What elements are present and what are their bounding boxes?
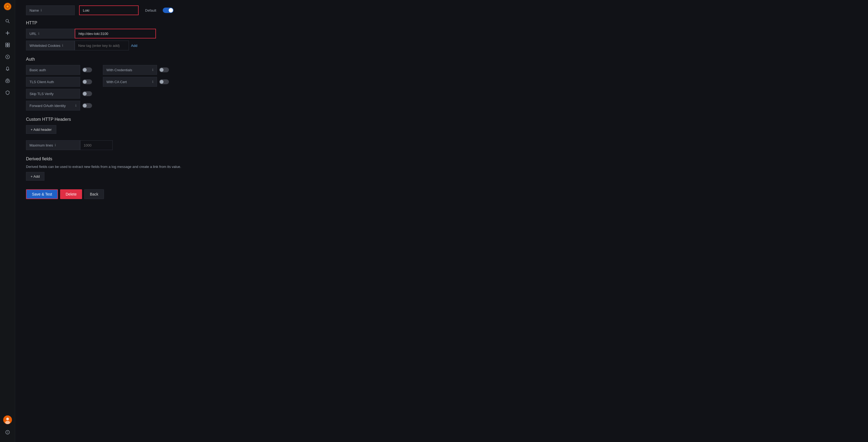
basic-auth-toggle[interactable]	[82, 67, 92, 72]
basic-auth-label: Basic auth	[26, 65, 80, 75]
with-credentials-text: With Credentials	[106, 68, 132, 72]
auth-section-title: Auth	[26, 57, 857, 62]
forward-oauth-toggle[interactable]	[82, 103, 92, 108]
bell-icon[interactable]	[2, 63, 13, 74]
whitelisted-cookies-row: Whitelisted Cookies ℹ Add	[26, 40, 857, 50]
derived-fields-desc: Derived fields can be used to extract ne…	[26, 165, 857, 169]
forward-oauth-label: Forward OAuth Identity ℹ	[26, 101, 80, 111]
auth-row-3: Skip TLS Verify	[26, 89, 857, 98]
auth-grid: Basic auth With Credentials ℹ TLS Client…	[26, 65, 857, 111]
add-derived-field-button[interactable]: + Add	[26, 172, 44, 181]
grid-icon[interactable]	[2, 39, 13, 50]
max-lines-info-icon[interactable]: ℹ	[55, 143, 56, 147]
with-credentials-info-icon[interactable]: ℹ	[152, 68, 154, 72]
forward-oauth-info-icon[interactable]: ℹ	[75, 104, 76, 108]
svg-rect-9	[6, 45, 7, 47]
http-section: HTTP URL ℹ Whitelisted Cookies ℹ Add	[26, 21, 857, 50]
search-icon[interactable]	[2, 16, 13, 27]
name-field-label: Name ℹ	[26, 5, 75, 15]
url-row: URL ℹ	[26, 29, 857, 38]
cookies-input[interactable]	[75, 40, 129, 50]
svg-point-2	[6, 5, 9, 7]
compass-icon[interactable]	[2, 52, 13, 62]
skip-tls-label: Skip TLS Verify	[26, 89, 80, 98]
svg-text:?: ?	[7, 431, 8, 434]
skip-tls-text: Skip TLS Verify	[30, 92, 54, 96]
name-label-text: Name	[30, 8, 39, 12]
svg-point-13	[7, 80, 8, 82]
gear-icon[interactable]	[2, 75, 13, 86]
name-row: Name ℹ Default	[26, 5, 857, 15]
skip-tls-toggle[interactable]	[82, 91, 92, 96]
basic-auth-text: Basic auth	[30, 68, 46, 72]
cookies-label-text: Whitelisted Cookies	[30, 43, 60, 48]
svg-line-4	[8, 22, 9, 23]
sidebar: ?	[0, 0, 15, 442]
svg-point-3	[6, 20, 8, 22]
url-info-icon[interactable]: ℹ	[38, 32, 39, 35]
url-input[interactable]	[75, 29, 156, 38]
svg-point-15	[6, 418, 9, 420]
max-lines-field-label: Maximum lines ℹ	[26, 140, 80, 150]
tls-client-auth-text: TLS Client Auth	[30, 80, 54, 84]
custom-headers-title: Custom HTTP Headers	[26, 117, 857, 122]
help-icon[interactable]: ?	[2, 427, 13, 438]
svg-point-16	[5, 421, 10, 424]
url-field-label: URL ℹ	[26, 29, 75, 38]
footer-buttons: Save & Test Delete Back	[26, 189, 857, 199]
avatar[interactable]	[3, 415, 12, 424]
add-cookie-button[interactable]: Add	[131, 43, 137, 48]
save-test-button[interactable]: Save & Test	[26, 189, 58, 199]
forward-oauth-text: Forward OAuth Identity	[30, 104, 66, 108]
url-label-text: URL	[30, 32, 36, 36]
svg-rect-8	[8, 43, 9, 45]
derived-fields-title: Derived fields	[26, 156, 857, 161]
default-toggle[interactable]	[163, 7, 174, 13]
max-lines-label-text: Maximum lines	[30, 143, 53, 147]
name-info-icon[interactable]: ℹ	[41, 8, 42, 12]
with-credentials-label: With Credentials ℹ	[103, 65, 157, 75]
delete-button[interactable]: Delete	[60, 189, 82, 199]
derived-fields-section: Derived fields Derived fields can be use…	[26, 156, 857, 181]
max-lines-input[interactable]	[80, 140, 113, 150]
with-ca-cert-info-icon[interactable]: ℹ	[152, 80, 154, 84]
svg-rect-7	[6, 43, 7, 45]
name-input[interactable]	[79, 5, 138, 15]
auth-right-1: With Credentials ℹ	[103, 65, 169, 75]
auth-row-4: Forward OAuth Identity ℹ	[26, 101, 857, 111]
app-logo[interactable]	[3, 2, 12, 11]
svg-rect-10	[8, 45, 9, 47]
with-credentials-toggle[interactable]	[159, 67, 169, 72]
back-button[interactable]: Back	[84, 189, 104, 199]
auth-row-2: TLS Client Auth With CA Cert ℹ	[26, 77, 857, 87]
with-ca-cert-text: With CA Cert	[106, 80, 127, 84]
add-header-button[interactable]: + Add header	[26, 125, 56, 134]
with-ca-cert-label: With CA Cert ℹ	[103, 77, 157, 87]
plus-icon[interactable]	[2, 28, 13, 38]
with-ca-cert-toggle[interactable]	[159, 79, 169, 84]
main-content: Name ℹ Default HTTP URL ℹ Whitelisted Co…	[15, 0, 868, 442]
default-label: Default	[145, 8, 156, 12]
max-lines-row: Maximum lines ℹ	[26, 140, 857, 150]
custom-headers-section: Custom HTTP Headers + Add header	[26, 117, 857, 134]
auth-section: Auth Basic auth With Credentials ℹ	[26, 57, 857, 111]
cookies-info-icon[interactable]: ℹ	[62, 43, 63, 48]
http-section-title: HTTP	[26, 21, 857, 26]
tls-client-auth-label: TLS Client Auth	[26, 77, 80, 87]
svg-point-12	[7, 56, 8, 57]
tls-client-auth-toggle[interactable]	[82, 79, 92, 84]
auth-row-1: Basic auth With Credentials ℹ	[26, 65, 857, 75]
max-lines-section: Maximum lines ℹ	[26, 140, 857, 150]
auth-right-2: With CA Cert ℹ	[103, 77, 169, 87]
cookies-field-label: Whitelisted Cookies ℹ	[26, 40, 75, 50]
shield-icon[interactable]	[2, 87, 13, 98]
